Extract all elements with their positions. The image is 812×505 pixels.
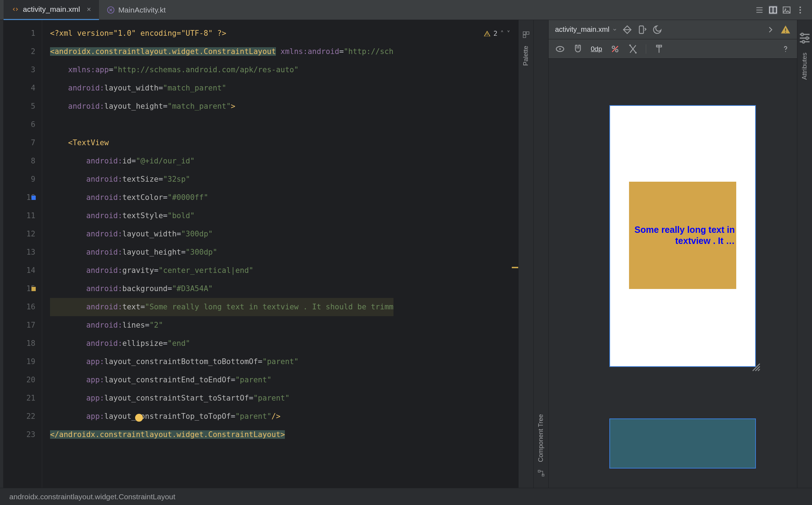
magnet-icon[interactable] — [573, 44, 583, 54]
line-number: 14 — [4, 261, 35, 280]
line-number: 9 — [4, 170, 35, 188]
svg-point-19 — [629, 44, 631, 46]
svg-point-23 — [785, 51, 786, 52]
line-number: 20 — [4, 371, 35, 389]
design-canvas[interactable]: Some really long text in textview . It … — [549, 59, 797, 488]
svg-rect-13 — [639, 26, 644, 33]
component-tree-icon[interactable] — [537, 469, 545, 477]
line-number: 19 — [4, 353, 35, 371]
code-area[interactable]: 2 ˄ ˅ <?xml version="1.0" encoding="UTF-… — [42, 20, 518, 488]
code-line: android:background="#D3A54A" — [50, 280, 518, 298]
line-number: 10 — [4, 188, 35, 207]
chevron-right-icon[interactable] — [766, 25, 776, 35]
line-number: 4 — [4, 79, 35, 97]
gutter-color-swatch-icon[interactable] — [31, 196, 36, 200]
line-number: 6 — [4, 116, 35, 134]
breadcrumb[interactable]: androidx.constraintlayout.widget.Constra… — [0, 488, 812, 505]
svg-point-17 — [615, 49, 618, 52]
svg-rect-12 — [542, 474, 544, 476]
textview-preview[interactable]: Some really long text in textview . It … — [629, 182, 736, 289]
clear-constraints-icon[interactable] — [610, 44, 620, 54]
line-number: 23 — [4, 426, 35, 444]
tab-label: activity_main.xml — [23, 5, 80, 14]
prev-highlight-icon[interactable]: ˄ — [500, 24, 504, 43]
error-stripe-mark[interactable] — [512, 267, 518, 268]
line-number: 2 — [4, 43, 35, 61]
svg-point-7 — [799, 12, 801, 13]
line-number: 3 — [4, 61, 35, 79]
guidelines-icon[interactable] — [654, 44, 664, 54]
component-tree-label[interactable]: Component Tree — [537, 414, 545, 462]
svg-point-15 — [559, 48, 561, 50]
line-number: 21 — [4, 389, 35, 407]
warning-icon[interactable] — [781, 25, 791, 35]
code-line: app:layout_constraintTop_toTopOf="parent… — [50, 407, 518, 426]
chevron-down-icon — [612, 27, 617, 32]
design-view-icon[interactable] — [782, 5, 791, 15]
next-highlight-icon[interactable]: ˅ — [507, 24, 510, 43]
list-view-icon[interactable] — [755, 5, 764, 15]
svg-rect-8 — [523, 32, 525, 34]
night-mode-icon[interactable] — [652, 25, 662, 35]
svg-point-5 — [799, 6, 801, 8]
blueprint-preview-surface[interactable] — [609, 418, 756, 469]
code-editor[interactable]: 1 2 3 4 5 6 7 8 9 10 11 12 13 14 15 16 1… — [4, 20, 518, 488]
line-number: 16 — [4, 298, 35, 316]
tab-activity-main[interactable]: activity_main.xml ✕ — [4, 0, 99, 20]
line-number: 22 — [4, 407, 35, 426]
code-line: android:layout_width="300dp" — [50, 225, 518, 243]
breadcrumb-text: androidx.constraintlayout.widget.Constra… — [9, 492, 175, 501]
palette-toolwindow-strip: Palette — [518, 20, 533, 488]
svg-rect-9 — [526, 32, 529, 34]
svg-line-18 — [612, 46, 618, 52]
warning-icon — [484, 30, 491, 37]
tab-mainactivity[interactable]: MainActivity.kt — [99, 0, 174, 20]
svg-point-26 — [802, 40, 805, 43]
palette-icon[interactable] — [522, 31, 530, 39]
textview-preview-text: Some really long text in textview . It … — [629, 224, 736, 247]
tab-label: MainActivity.kt — [118, 6, 166, 14]
code-line: android:ellipsize="end" — [50, 334, 518, 353]
line-number: 12 — [4, 225, 35, 243]
layout-file-dropdown[interactable]: activity_main.xml — [555, 25, 617, 34]
design-surface-icon[interactable] — [622, 25, 632, 35]
attributes-icon[interactable] — [797, 31, 812, 45]
design-toolbar-top: activity_main.xml — [549, 20, 797, 39]
orientation-icon[interactable] — [637, 25, 647, 35]
device-preview-surface[interactable]: Some really long text in textview . It … — [609, 105, 756, 367]
close-icon[interactable]: ✕ — [86, 6, 91, 13]
view-options-icon[interactable] — [555, 44, 565, 54]
xml-file-icon — [11, 5, 19, 13]
line-number: 8 — [4, 152, 35, 170]
line-number: 18 — [4, 334, 35, 353]
code-line: android:gravity="center_vertical|end" — [50, 261, 518, 280]
code-line: android:layout_height="300dp" — [50, 243, 518, 261]
line-number: 5 — [4, 97, 35, 116]
more-icon[interactable] — [796, 5, 805, 15]
code-line: app:layout_constraintBottom_toBottomOf="… — [50, 353, 518, 371]
code-line: android:id="@+id/our_id" — [50, 152, 518, 170]
component-tree-toolwindow-strip: Component Tree — [533, 20, 548, 488]
kotlin-file-icon — [107, 6, 115, 14]
code-line — [50, 116, 518, 134]
attributes-label[interactable]: Attributes — [801, 53, 808, 80]
resize-handle-icon[interactable] — [751, 362, 762, 373]
intention-bulb-icon[interactable] — [135, 414, 143, 422]
help-icon[interactable] — [781, 44, 791, 54]
gutter-color-swatch-icon[interactable] — [31, 287, 36, 291]
svg-point-16 — [612, 46, 615, 48]
code-line: <androidx.constraintlayout.widget.Constr… — [50, 43, 518, 61]
code-line: </androidx.constraintlayout.widget.Const… — [50, 426, 518, 444]
code-line: <?xml version="1.0" encoding="UTF-8" ?> — [50, 24, 518, 43]
design-pane: activity_main.xml 0dp Some really — [548, 20, 797, 488]
split-view-icon[interactable] — [768, 5, 778, 15]
svg-point-4 — [785, 8, 786, 10]
palette-label[interactable]: Palette — [522, 46, 530, 66]
infer-constraints-icon[interactable] — [628, 44, 638, 54]
editor-tabs: activity_main.xml ✕ MainActivity.kt — [0, 0, 812, 20]
main-area: 1 2 3 4 5 6 7 8 9 10 11 12 13 14 15 16 1… — [0, 20, 812, 488]
inspection-summary[interactable]: 2 ˄ ˅ — [484, 24, 510, 43]
default-margin-dropdown[interactable]: 0dp — [591, 45, 602, 53]
code-line: android:textColor="#0000ff" — [50, 188, 518, 207]
code-line: <TextView — [50, 134, 518, 152]
